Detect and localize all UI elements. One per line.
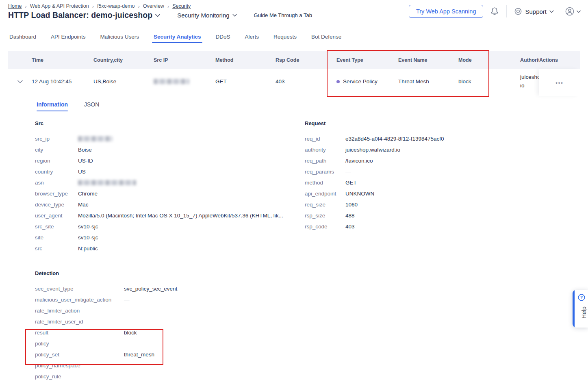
notifications-bell-icon[interactable] (490, 7, 499, 16)
col-time[interactable]: Time (32, 57, 93, 63)
support-label: Support (525, 8, 547, 15)
field-row: src_ip (35, 133, 283, 144)
f5xc-console-page: Home › Web App & API Protection › f5xc-w… (0, 0, 588, 382)
field-row: authorityjuiceshop.wafwizard.io (305, 144, 444, 155)
field-row: sitesv10-sjc (35, 232, 283, 243)
breadcrumb-separator-icon: › (25, 3, 26, 9)
field-row: sec_event_typesvc_policy_sec_event (35, 283, 177, 294)
cell-src-ip (154, 79, 215, 84)
detail-tab-information[interactable]: Information (37, 101, 68, 111)
src-section-title: Src (35, 120, 283, 126)
request-section: Request req_ide32a8d45-a0f4-4829-8f12-f1… (305, 120, 444, 232)
tab-security-analytics[interactable]: Security Analytics (146, 29, 208, 46)
event-table-row[interactable]: 12 Aug 10:42:45 US,Boise GET 403 Service… (8, 69, 580, 94)
field-row: srcN:public (35, 243, 283, 254)
field-row: src_sitesv10-sjc (35, 221, 283, 232)
field-row: req_path/favicon.ico (305, 155, 444, 166)
redacted-src-ip (154, 79, 189, 84)
redacted-asn-value (78, 180, 136, 185)
breadcrumb-overview[interactable]: Overview (143, 3, 164, 9)
help-accent-bar (573, 290, 575, 328)
row-actions-menu[interactable]: ••• (539, 69, 580, 96)
breadcrumb-namespace[interactable]: f5xc-waap-demo (97, 3, 135, 9)
page-title: HTTP Load Balancer: demo-juiceshop (8, 11, 152, 20)
breadcrumb-home[interactable]: Home (8, 3, 22, 9)
cell-method: GET (215, 78, 276, 85)
field-row: user_agentMozilla/5.0 (Macintosh; Intel … (35, 210, 283, 221)
tab-ddos[interactable]: DDoS (208, 29, 237, 46)
src-section: Src src_ip cityBoise regionUS-ID country… (35, 120, 283, 254)
tab-requests[interactable]: Requests (266, 29, 304, 46)
redacted-src-ip-value (78, 136, 113, 141)
request-section-title: Request (305, 120, 444, 126)
row-expander-chevron-icon[interactable] (17, 80, 23, 83)
breadcrumb-separator-icon: › (167, 3, 169, 9)
user-account-menu[interactable] (564, 6, 581, 17)
detail-tab-bar: Information JSON (0, 94, 588, 111)
field-row: regionUS-ID (35, 155, 283, 166)
monitoring-chevron-down-icon (232, 14, 237, 17)
cell-event-name: Threat Mesh (398, 78, 458, 85)
col-actions: Actions (539, 51, 580, 69)
event-detail-panel: Information JSON Src src_ip cityBoise re… (0, 94, 588, 380)
col-event-type[interactable]: Event Type (336, 57, 398, 63)
help-flyout-button[interactable]: ? Help (573, 290, 588, 328)
tab-malicious-users[interactable]: Malicious Users (93, 29, 146, 46)
field-row: browser_typeChrome (35, 188, 283, 199)
field-row: policy— (35, 338, 177, 349)
support-lifebuoy-icon (514, 7, 522, 15)
cell-time: 12 Aug 10:42:45 (32, 78, 93, 85)
col-src-ip[interactable]: Src IP (154, 57, 215, 63)
field-row: rsp_size488 (305, 210, 444, 221)
field-row: malicious_user_mitigate_action— (35, 294, 177, 305)
cell-country-city: US,Boise (93, 78, 154, 85)
breadcrumb-security[interactable]: Security (172, 3, 191, 9)
header-actions: Try Web App Scanning Support (409, 5, 581, 18)
col-mode[interactable]: Mode (458, 57, 520, 63)
field-row: resultblock (35, 327, 177, 338)
field-row: policy_namespace— (35, 360, 177, 371)
monitoring-dropdown[interactable]: Security Monitoring (177, 12, 237, 19)
col-event-name[interactable]: Event Name (398, 57, 458, 63)
breadcrumb-waap[interactable]: Web App & API Protection (30, 3, 89, 9)
help-question-icon: ? (578, 294, 585, 301)
detection-section: Detection sec_event_typesvc_policy_sec_e… (35, 270, 177, 382)
col-country-city[interactable]: Country,city (93, 57, 154, 63)
tab-bot-defense[interactable]: Bot Defense (304, 29, 349, 46)
help-label: Help (581, 304, 587, 321)
detection-section-title: Detection (35, 270, 177, 276)
support-menu[interactable]: Support (514, 7, 554, 15)
field-row: asn (35, 177, 283, 188)
detail-tab-json[interactable]: JSON (84, 101, 99, 111)
ellipsis-menu-icon[interactable]: ••• (555, 80, 564, 86)
tab-alerts[interactable]: Alerts (237, 29, 266, 46)
try-web-app-scanning-button[interactable]: Try Web App Scanning (409, 5, 484, 18)
col-method[interactable]: Method (215, 57, 276, 63)
monitoring-dropdown-label: Security Monitoring (177, 12, 229, 19)
cell-rsp-code: 403 (276, 78, 336, 85)
user-chevron-down-icon (577, 10, 581, 13)
table-header-row: Time Country,city Src IP Method Rsp Code… (8, 51, 580, 69)
field-row: policy_rule— (35, 371, 177, 382)
top-header: Home › Web App & API Protection › f5xc-w… (0, 0, 588, 25)
title-chevron-down-icon[interactable] (155, 14, 160, 17)
user-avatar-icon (564, 6, 575, 17)
event-type-dot-icon (336, 80, 340, 83)
breadcrumb-separator-icon: › (92, 3, 94, 9)
field-row: cityBoise (35, 144, 283, 155)
event-type-label: Service Policy (343, 78, 378, 85)
field-row: countryUS (35, 166, 283, 177)
field-row: rate_limiter_action— (35, 305, 177, 316)
field-row: rate_limiter_user_id— (35, 316, 177, 327)
field-row: req_params— (305, 166, 444, 177)
field-row: req_size1060 (305, 199, 444, 210)
col-rsp-code[interactable]: Rsp Code (276, 57, 336, 63)
field-row: policy_setthreat_mesh (35, 349, 177, 360)
lb-tab-bar: Dashboard API Endpoints Malicious Users … (0, 25, 588, 46)
field-row: req_ide32a8d45-a0f4-4829-8f12-f1398475ac… (305, 133, 444, 144)
tab-dashboard[interactable]: Dashboard (2, 29, 43, 46)
tab-api-endpoints[interactable]: API Endpoints (43, 29, 93, 46)
guide-me-link[interactable]: Guide Me Through a Tab (254, 12, 312, 18)
breadcrumb-separator-icon: › (138, 3, 139, 9)
cell-mode: block (458, 78, 520, 85)
